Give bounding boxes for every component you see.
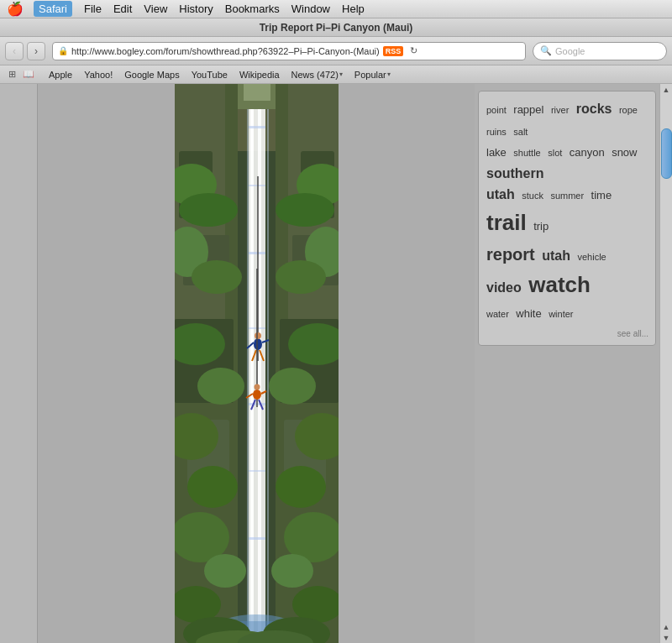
svg-rect-42 <box>249 185 265 186</box>
tag-shuttle[interactable]: shuttle <box>513 148 540 158</box>
tag-cloud-footer: see all... <box>486 329 648 338</box>
toolbar: ‹ › 🔒 http://www.bogley.com/forum/showth… <box>0 37 672 65</box>
svg-point-50 <box>255 332 261 339</box>
tag-utah1[interactable]: utah <box>486 187 515 201</box>
menubar-safari[interactable]: Safari <box>34 1 72 17</box>
svg-rect-40 <box>258 84 261 643</box>
waterfall-image <box>175 84 339 643</box>
tag-ruins[interactable]: ruins <box>486 127 507 137</box>
tag-snow[interactable]: snow <box>612 146 637 159</box>
tag-southern[interactable]: southern <box>486 166 543 180</box>
bookmark-youtube[interactable]: YouTube <box>186 68 233 81</box>
svg-point-29 <box>269 368 316 405</box>
tag-white[interactable]: white <box>516 307 541 320</box>
tag-report[interactable]: report <box>486 245 535 264</box>
scrollbar-track: ▲ ▲ ▼ <box>659 84 672 643</box>
address-bar[interactable]: 🔒 http://www.bogley.com/forum/showthread… <box>52 42 526 60</box>
menubar-history[interactable]: History <box>179 3 213 15</box>
menubar-edit[interactable]: Edit <box>113 3 132 15</box>
url-text: http://www.bogley.com/forum/showthread.p… <box>71 46 380 56</box>
scroll-up-arrow[interactable]: ▲ <box>661 84 672 95</box>
svg-point-22 <box>204 554 246 588</box>
tag-winter[interactable]: winter <box>549 309 573 319</box>
menubar-help[interactable]: Help <box>342 3 365 15</box>
menubar-window[interactable]: Window <box>291 3 330 15</box>
svg-point-31 <box>276 466 326 508</box>
bookmark-icons: ⊞ 📖 <box>5 68 35 81</box>
center-area: point rappel river rocks rope ruins salt… <box>38 84 672 643</box>
back-button[interactable]: ‹ <box>5 42 24 60</box>
left-sidebar <box>0 84 38 643</box>
menubar-file[interactable]: File <box>84 3 102 15</box>
tag-point[interactable]: point <box>486 105 507 115</box>
rss-badge[interactable]: RSS <box>383 46 404 56</box>
bookmark-wikipedia[interactable]: Wikipedia <box>234 68 285 81</box>
search-box[interactable]: 🔍 Google <box>533 42 667 60</box>
scroll-down-arrow-1[interactable]: ▲ <box>661 621 672 632</box>
svg-rect-47 <box>249 537 265 540</box>
tag-cloud: point rappel river rocks rope ruins salt… <box>486 98 648 324</box>
apple-menu[interactable]: 🍎 <box>7 1 24 17</box>
main-content: point rappel river rocks rope ruins salt… <box>0 84 672 643</box>
bookmark-yahoo[interactable]: Yahoo! <box>79 68 118 81</box>
grid-icon[interactable]: ⊞ <box>5 68 18 81</box>
tag-summer[interactable]: summer <box>550 191 584 201</box>
tag-time[interactable]: time <box>591 189 612 201</box>
svg-point-33 <box>271 554 313 588</box>
search-icon: 🔍 <box>540 45 552 56</box>
tag-trail[interactable]: trail <box>486 210 527 235</box>
tag-rope[interactable]: rope <box>619 105 638 115</box>
tag-salt[interactable]: salt <box>513 127 528 137</box>
tag-canyon[interactable]: canyon <box>570 146 605 159</box>
scrollbar-thumb[interactable] <box>661 128 672 179</box>
menubar-bookmarks[interactable]: Bookmarks <box>225 3 280 15</box>
tag-watch[interactable]: watch <box>528 272 591 297</box>
svg-point-16 <box>192 260 242 294</box>
svg-rect-37 <box>247 84 249 643</box>
page-wrapper <box>38 84 475 643</box>
forward-button[interactable]: › <box>27 42 45 60</box>
bookmark-news[interactable]: News (472) ▾ <box>286 68 348 81</box>
right-sidebar: point rappel river rocks rope ruins salt… <box>475 84 659 643</box>
bookmark-popular[interactable]: Popular ▾ <box>349 68 396 81</box>
bookmarks-bar: ⊞ 📖 Apple Yahoo! Google Maps YouTube Wik… <box>0 65 672 84</box>
page-title: Trip Report Pi–Pi Canyon (Maui) <box>260 22 413 34</box>
lock-icon: 🔒 <box>58 46 68 55</box>
svg-point-20 <box>187 466 238 508</box>
tag-river[interactable]: river <box>551 105 569 115</box>
menubar: 🍎 Safari File Edit View History Bookmark… <box>0 0 672 18</box>
svg-point-49 <box>254 338 262 350</box>
svg-point-25 <box>276 193 334 227</box>
tag-water[interactable]: water <box>486 309 509 319</box>
tag-lake[interactable]: lake <box>486 146 507 159</box>
svg-point-18 <box>197 368 244 405</box>
tag-video[interactable]: video <box>486 280 522 295</box>
svg-point-56 <box>253 389 261 400</box>
tag-rocks[interactable]: rocks <box>576 102 612 116</box>
book-icon[interactable]: 📖 <box>22 68 35 81</box>
tag-rappel[interactable]: rappel <box>513 103 543 116</box>
svg-point-14 <box>179 193 238 227</box>
tag-vehicle[interactable]: vehicle <box>577 252 606 262</box>
svg-point-57 <box>254 384 260 390</box>
svg-rect-69 <box>244 84 270 101</box>
titlebar: Trip Report Pi–Pi Canyon (Maui) <box>0 18 672 37</box>
tag-utah2[interactable]: utah <box>542 248 570 263</box>
scroll-down-arrow-2[interactable]: ▼ <box>661 632 672 643</box>
reload-button[interactable]: ↻ <box>407 44 420 58</box>
tag-trip[interactable]: trip <box>533 220 549 233</box>
svg-rect-39 <box>250 84 254 643</box>
svg-rect-38 <box>267 84 269 643</box>
tag-stuck[interactable]: stuck <box>522 191 543 201</box>
svg-rect-43 <box>249 252 265 254</box>
svg-rect-46 <box>249 470 265 472</box>
bookmark-googlemaps[interactable]: Google Maps <box>119 68 184 81</box>
tag-slot[interactable]: slot <box>548 148 562 158</box>
svg-rect-41 <box>249 126 265 128</box>
bookmark-apple[interactable]: Apple <box>44 68 77 81</box>
tag-cloud-box: point rappel river rocks rope ruins salt… <box>478 91 656 346</box>
search-placeholder: Google <box>555 46 585 56</box>
svg-point-27 <box>276 260 326 294</box>
menubar-view[interactable]: View <box>144 3 167 15</box>
waterfall-container <box>175 84 339 643</box>
